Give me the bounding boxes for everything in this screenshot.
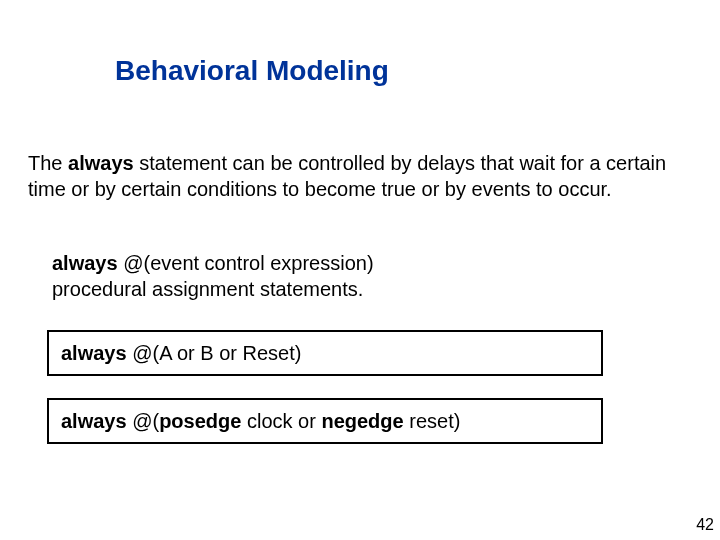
keyword-always: always — [52, 252, 118, 274]
page-number: 42 — [696, 516, 714, 534]
keyword-always: always — [61, 410, 127, 432]
intro-paragraph: The always statement can be controlled b… — [28, 150, 683, 202]
text: clock or — [241, 410, 321, 432]
text: procedural assignment statements. — [52, 278, 363, 300]
slide: Behavioral Modeling The always statement… — [0, 0, 720, 540]
text: @( — [127, 410, 160, 432]
keyword-posedge: posedge — [159, 410, 241, 432]
text: @(event control expression) — [118, 252, 374, 274]
text: @(A or B or Reset) — [127, 342, 302, 364]
syntax-block: always @(event control expression) proce… — [52, 250, 374, 302]
keyword-always: always — [61, 342, 127, 364]
keyword-negedge: negedge — [321, 410, 403, 432]
slide-title: Behavioral Modeling — [115, 55, 389, 87]
keyword-always: always — [68, 152, 134, 174]
text: The — [28, 152, 68, 174]
text: reset) — [404, 410, 461, 432]
example-box-2: always @(posedge clock or negedge reset) — [47, 398, 603, 444]
example-box-1: always @(A or B or Reset) — [47, 330, 603, 376]
